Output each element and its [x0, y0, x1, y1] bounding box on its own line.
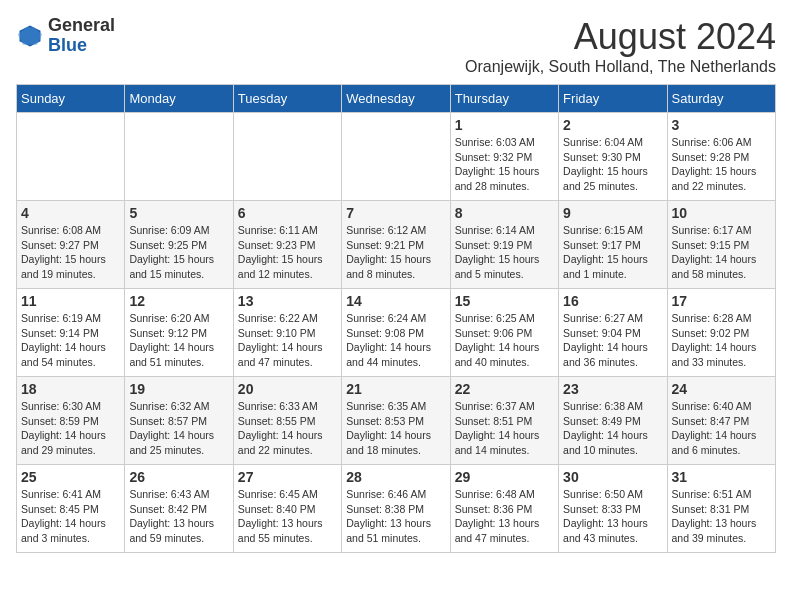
calendar-cell: 3Sunrise: 6:06 AM Sunset: 9:28 PM Daylig… [667, 113, 775, 201]
logo-blue: Blue [48, 35, 87, 55]
calendar-cell: 2Sunrise: 6:04 AM Sunset: 9:30 PM Daylig… [559, 113, 667, 201]
calendar-cell: 7Sunrise: 6:12 AM Sunset: 9:21 PM Daylig… [342, 201, 450, 289]
day-of-week-header: Sunday [17, 85, 125, 113]
day-info: Sunrise: 6:12 AM Sunset: 9:21 PM Dayligh… [346, 223, 445, 282]
location-subtitle: Oranjewijk, South Holland, The Netherlan… [465, 58, 776, 76]
calendar-cell: 11Sunrise: 6:19 AM Sunset: 9:14 PM Dayli… [17, 289, 125, 377]
calendar-cell: 20Sunrise: 6:33 AM Sunset: 8:55 PM Dayli… [233, 377, 341, 465]
day-info: Sunrise: 6:48 AM Sunset: 8:36 PM Dayligh… [455, 487, 554, 546]
day-info: Sunrise: 6:11 AM Sunset: 9:23 PM Dayligh… [238, 223, 337, 282]
day-number: 1 [455, 117, 554, 133]
day-number: 7 [346, 205, 445, 221]
calendar-cell: 25Sunrise: 6:41 AM Sunset: 8:45 PM Dayli… [17, 465, 125, 553]
day-number: 14 [346, 293, 445, 309]
logo: General Blue [16, 16, 115, 56]
day-number: 9 [563, 205, 662, 221]
calendar-cell: 26Sunrise: 6:43 AM Sunset: 8:42 PM Dayli… [125, 465, 233, 553]
calendar-week-row: 4Sunrise: 6:08 AM Sunset: 9:27 PM Daylig… [17, 201, 776, 289]
calendar-cell: 9Sunrise: 6:15 AM Sunset: 9:17 PM Daylig… [559, 201, 667, 289]
calendar-cell: 8Sunrise: 6:14 AM Sunset: 9:19 PM Daylig… [450, 201, 558, 289]
calendar-cell: 21Sunrise: 6:35 AM Sunset: 8:53 PM Dayli… [342, 377, 450, 465]
day-number: 2 [563, 117, 662, 133]
day-number: 21 [346, 381, 445, 397]
day-info: Sunrise: 6:03 AM Sunset: 9:32 PM Dayligh… [455, 135, 554, 194]
calendar-cell: 29Sunrise: 6:48 AM Sunset: 8:36 PM Dayli… [450, 465, 558, 553]
day-number: 19 [129, 381, 228, 397]
day-number: 5 [129, 205, 228, 221]
calendar-cell: 4Sunrise: 6:08 AM Sunset: 9:27 PM Daylig… [17, 201, 125, 289]
day-info: Sunrise: 6:09 AM Sunset: 9:25 PM Dayligh… [129, 223, 228, 282]
day-number: 12 [129, 293, 228, 309]
calendar-cell: 17Sunrise: 6:28 AM Sunset: 9:02 PM Dayli… [667, 289, 775, 377]
title-block: August 2024 Oranjewijk, South Holland, T… [465, 16, 776, 76]
day-number: 25 [21, 469, 120, 485]
day-info: Sunrise: 6:22 AM Sunset: 9:10 PM Dayligh… [238, 311, 337, 370]
day-info: Sunrise: 6:25 AM Sunset: 9:06 PM Dayligh… [455, 311, 554, 370]
calendar-table: SundayMondayTuesdayWednesdayThursdayFrid… [16, 84, 776, 553]
calendar-cell: 15Sunrise: 6:25 AM Sunset: 9:06 PM Dayli… [450, 289, 558, 377]
day-of-week-header: Friday [559, 85, 667, 113]
day-info: Sunrise: 6:27 AM Sunset: 9:04 PM Dayligh… [563, 311, 662, 370]
day-info: Sunrise: 6:38 AM Sunset: 8:49 PM Dayligh… [563, 399, 662, 458]
calendar-cell: 31Sunrise: 6:51 AM Sunset: 8:31 PM Dayli… [667, 465, 775, 553]
calendar-cell: 6Sunrise: 6:11 AM Sunset: 9:23 PM Daylig… [233, 201, 341, 289]
day-info: Sunrise: 6:46 AM Sunset: 8:38 PM Dayligh… [346, 487, 445, 546]
day-info: Sunrise: 6:43 AM Sunset: 8:42 PM Dayligh… [129, 487, 228, 546]
day-number: 30 [563, 469, 662, 485]
day-number: 15 [455, 293, 554, 309]
calendar-cell [233, 113, 341, 201]
day-info: Sunrise: 6:08 AM Sunset: 9:27 PM Dayligh… [21, 223, 120, 282]
day-number: 8 [455, 205, 554, 221]
calendar-cell: 27Sunrise: 6:45 AM Sunset: 8:40 PM Dayli… [233, 465, 341, 553]
day-info: Sunrise: 6:51 AM Sunset: 8:31 PM Dayligh… [672, 487, 771, 546]
day-info: Sunrise: 6:37 AM Sunset: 8:51 PM Dayligh… [455, 399, 554, 458]
calendar-cell: 5Sunrise: 6:09 AM Sunset: 9:25 PM Daylig… [125, 201, 233, 289]
day-info: Sunrise: 6:40 AM Sunset: 8:47 PM Dayligh… [672, 399, 771, 458]
calendar-week-row: 25Sunrise: 6:41 AM Sunset: 8:45 PM Dayli… [17, 465, 776, 553]
day-info: Sunrise: 6:35 AM Sunset: 8:53 PM Dayligh… [346, 399, 445, 458]
day-info: Sunrise: 6:45 AM Sunset: 8:40 PM Dayligh… [238, 487, 337, 546]
calendar-week-row: 1Sunrise: 6:03 AM Sunset: 9:32 PM Daylig… [17, 113, 776, 201]
calendar-cell [342, 113, 450, 201]
day-info: Sunrise: 6:32 AM Sunset: 8:57 PM Dayligh… [129, 399, 228, 458]
calendar-cell: 13Sunrise: 6:22 AM Sunset: 9:10 PM Dayli… [233, 289, 341, 377]
calendar-cell: 30Sunrise: 6:50 AM Sunset: 8:33 PM Dayli… [559, 465, 667, 553]
day-info: Sunrise: 6:04 AM Sunset: 9:30 PM Dayligh… [563, 135, 662, 194]
day-info: Sunrise: 6:28 AM Sunset: 9:02 PM Dayligh… [672, 311, 771, 370]
day-number: 4 [21, 205, 120, 221]
logo-icon [16, 22, 44, 50]
calendar-cell: 19Sunrise: 6:32 AM Sunset: 8:57 PM Dayli… [125, 377, 233, 465]
calendar-header-row: SundayMondayTuesdayWednesdayThursdayFrid… [17, 85, 776, 113]
day-of-week-header: Wednesday [342, 85, 450, 113]
day-of-week-header: Monday [125, 85, 233, 113]
day-number: 18 [21, 381, 120, 397]
day-number: 6 [238, 205, 337, 221]
day-info: Sunrise: 6:14 AM Sunset: 9:19 PM Dayligh… [455, 223, 554, 282]
day-info: Sunrise: 6:17 AM Sunset: 9:15 PM Dayligh… [672, 223, 771, 282]
day-info: Sunrise: 6:41 AM Sunset: 8:45 PM Dayligh… [21, 487, 120, 546]
calendar-cell: 22Sunrise: 6:37 AM Sunset: 8:51 PM Dayli… [450, 377, 558, 465]
calendar-cell: 18Sunrise: 6:30 AM Sunset: 8:59 PM Dayli… [17, 377, 125, 465]
day-number: 10 [672, 205, 771, 221]
day-info: Sunrise: 6:06 AM Sunset: 9:28 PM Dayligh… [672, 135, 771, 194]
day-number: 17 [672, 293, 771, 309]
calendar-cell: 14Sunrise: 6:24 AM Sunset: 9:08 PM Dayli… [342, 289, 450, 377]
day-info: Sunrise: 6:30 AM Sunset: 8:59 PM Dayligh… [21, 399, 120, 458]
day-number: 3 [672, 117, 771, 133]
day-info: Sunrise: 6:15 AM Sunset: 9:17 PM Dayligh… [563, 223, 662, 282]
month-title: August 2024 [465, 16, 776, 58]
logo-text: General Blue [48, 16, 115, 56]
day-number: 13 [238, 293, 337, 309]
day-number: 11 [21, 293, 120, 309]
calendar-cell [17, 113, 125, 201]
calendar-cell: 23Sunrise: 6:38 AM Sunset: 8:49 PM Dayli… [559, 377, 667, 465]
page-header: General Blue August 2024 Oranjewijk, Sou… [16, 16, 776, 76]
day-number: 27 [238, 469, 337, 485]
day-of-week-header: Saturday [667, 85, 775, 113]
day-number: 26 [129, 469, 228, 485]
calendar-cell [125, 113, 233, 201]
day-number: 16 [563, 293, 662, 309]
calendar-week-row: 11Sunrise: 6:19 AM Sunset: 9:14 PM Dayli… [17, 289, 776, 377]
day-of-week-header: Tuesday [233, 85, 341, 113]
calendar-cell: 10Sunrise: 6:17 AM Sunset: 9:15 PM Dayli… [667, 201, 775, 289]
